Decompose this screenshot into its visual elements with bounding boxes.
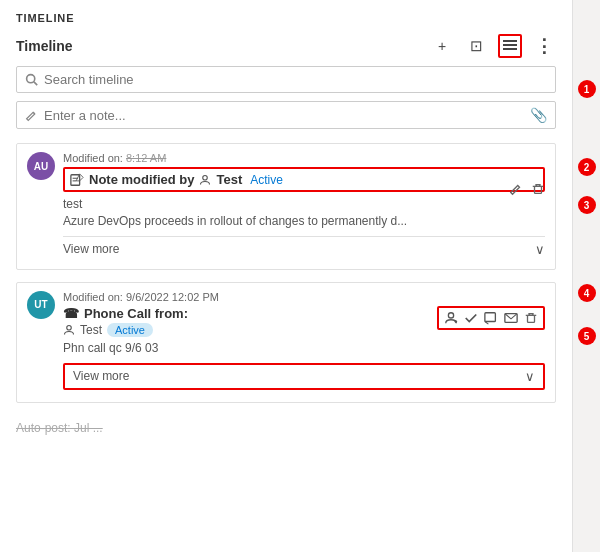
search-input[interactable] [44, 72, 547, 87]
list-icon [503, 39, 517, 53]
chevron-down-2[interactable]: ∨ [525, 369, 535, 384]
avatar-ut: UT [27, 291, 55, 319]
note-input-bar: 📎 [16, 101, 556, 129]
list-view-button[interactable] [498, 34, 522, 58]
modified-on-1: Modified on: 8:12 AM [63, 152, 545, 164]
main-content: TIMELINE Timeline + ⊡ ⋮ [0, 0, 572, 552]
timeline-header-icons: + ⊡ ⋮ [430, 34, 556, 58]
edit-call-icon[interactable] [484, 311, 498, 325]
badge-3: 3 [578, 196, 596, 214]
user-icon-2 [63, 324, 75, 336]
badge-5: 5 [578, 327, 596, 345]
status-badge-2: Active [107, 323, 153, 337]
search-bar [16, 66, 556, 93]
item-meta-2: Modified on: 9/6/2022 12:02 PM ☎ Phone C… [63, 291, 545, 390]
modified-time-1: 8:12 AM [126, 152, 166, 164]
assign-icon[interactable] [444, 311, 458, 325]
svg-rect-2 [503, 48, 517, 50]
item-header-row-2: UT Modified on: 9/6/2022 12:02 PM ☎ Phon… [27, 291, 545, 390]
phone-call-section: ☎ Phone Call from: Test Active [63, 306, 545, 359]
svg-point-15 [67, 325, 72, 330]
view-more-row-2: View more ∨ [63, 363, 545, 390]
phone-call-note: Phn call qc 9/6 03 [63, 341, 437, 355]
phone-call-sub: Test Active [63, 323, 437, 337]
note-line-1-0: test [63, 196, 545, 213]
note-line-1-1: Azure DevOps proceeds in rollout of chan… [63, 213, 545, 230]
badge-2: 2 [578, 158, 596, 176]
filter-button[interactable]: ⊡ [464, 34, 488, 58]
auto-post-text: Auto-post: Jul ... [16, 421, 103, 435]
page-wrapper: TIMELINE Timeline + ⊡ ⋮ [0, 0, 600, 552]
call-title-text: Phone Call from: [84, 306, 188, 321]
view-more-row-1: View more ∨ [63, 236, 545, 257]
more-options-button[interactable]: ⋮ [532, 34, 556, 58]
svg-rect-1 [503, 44, 517, 46]
edit-icon [25, 109, 38, 122]
note-title-row-1: Note modified by Test Active [70, 172, 538, 187]
action-icons-group-2 [437, 306, 545, 330]
badge-4: 4 [578, 284, 596, 302]
attachment-icon[interactable]: 📎 [530, 107, 547, 123]
user-name-1: Test [216, 172, 242, 187]
item-action-icons-1 [509, 182, 545, 196]
delete-call-icon[interactable] [524, 311, 538, 325]
delete-note-icon[interactable] [531, 182, 545, 196]
svg-point-3 [27, 75, 35, 83]
timeline-item-2: UT Modified on: 9/6/2022 12:02 PM ☎ Phon… [16, 282, 556, 403]
note-title-text: Note modified by [89, 172, 194, 187]
avatar-au: AU [27, 152, 55, 180]
svg-line-4 [34, 82, 37, 85]
svg-rect-10 [535, 186, 542, 193]
badge-1: 1 [578, 80, 596, 98]
note-input[interactable] [44, 108, 524, 123]
add-button[interactable]: + [430, 34, 454, 58]
user-name-2: Test [80, 323, 102, 337]
search-icon [25, 73, 38, 86]
svg-point-9 [203, 175, 208, 180]
svg-line-5 [33, 112, 35, 114]
item-header-row-1: AU Modified on: 8:12 AM [27, 152, 545, 257]
section-title: TIMELINE [16, 12, 556, 24]
complete-icon[interactable] [464, 311, 478, 325]
svg-rect-22 [528, 315, 535, 322]
timeline-header: Timeline + ⊡ ⋮ [16, 34, 556, 58]
svg-rect-0 [503, 40, 517, 42]
phone-call-left: ☎ Phone Call from: Test Active [63, 306, 437, 359]
status-badge-1: Active [250, 173, 283, 187]
right-sidebar: 1 2 3 4 5 [572, 0, 600, 552]
svg-rect-19 [485, 312, 496, 321]
edit-note-icon[interactable] [509, 182, 523, 196]
user-icon-1 [199, 174, 211, 186]
timeline-item-1: AU Modified on: 8:12 AM [16, 143, 556, 270]
modified-label-2: Modified on: 9/6/2022 12:02 PM [63, 291, 219, 303]
timeline-header-label: Timeline [16, 38, 73, 54]
chevron-down-1[interactable]: ∨ [535, 242, 545, 257]
note-body-1: test Azure DevOps proceeds in rollout of… [63, 196, 545, 230]
view-more-button-1[interactable]: View more [63, 242, 119, 256]
email-icon[interactable] [504, 311, 518, 325]
auto-post-row: Auto-post: Jul ... [16, 415, 556, 435]
note-modified-icon [70, 173, 84, 187]
item-meta-1: Modified on: 8:12 AM Note mod [63, 152, 545, 257]
svg-point-16 [448, 312, 453, 317]
note-title-highlight: Note modified by Test Active [63, 167, 545, 192]
view-more-button-2[interactable]: View more [73, 369, 129, 383]
modified-on-2: Modified on: 9/6/2022 12:02 PM [63, 291, 545, 303]
phone-call-title: ☎ Phone Call from: [63, 306, 437, 321]
phone-icon: ☎ [63, 306, 79, 321]
